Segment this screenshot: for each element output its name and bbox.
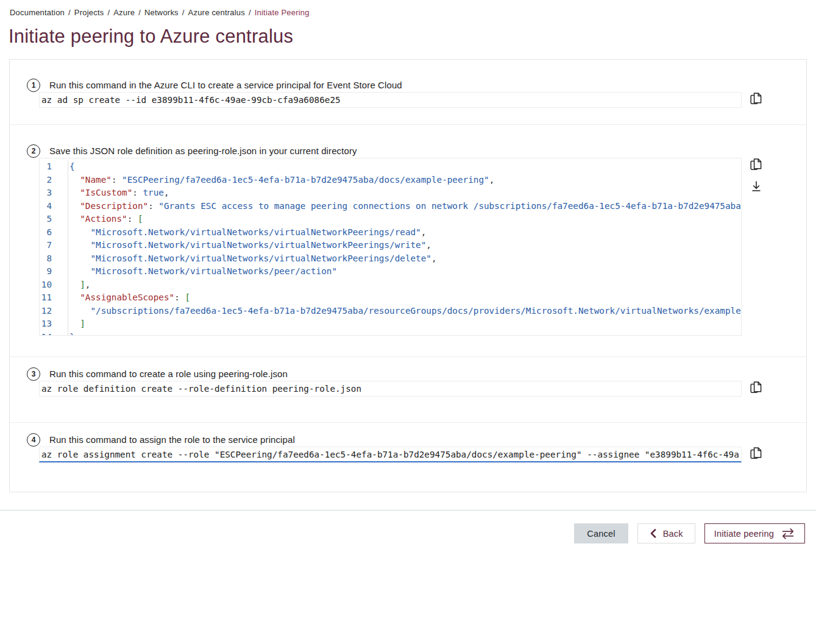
step-3-command-row xyxy=(39,381,763,397)
code-line: 2 "Name": "ESCPeering/fa7eed6a-1ec5-4efa… xyxy=(40,174,741,187)
code-line-content: "IsCustom": true, xyxy=(68,186,741,200)
line-number: 4 xyxy=(40,200,68,213)
code-line: 11 "AssignableScopes": [ xyxy=(40,291,741,305)
line-number: 12 xyxy=(40,305,68,318)
back-button-label: Back xyxy=(663,529,683,539)
back-button[interactable]: Back xyxy=(637,523,695,543)
line-number: 1 xyxy=(40,160,68,174)
code-line-content: "Microsoft.Network/virtualNetworks/peer/… xyxy=(68,265,741,278)
code-line-content: "/subscriptions/fa7eed6a-1ec5-4efa-b71a-… xyxy=(68,305,741,318)
footer-actions: Cancel Back Initiate peering xyxy=(0,511,816,543)
code-line-content: ] xyxy=(68,317,741,331)
code-line: 7 "Microsoft.Network/virtualNetworks/vir… xyxy=(40,239,741,252)
step-2-editor-row: 1{2 "Name": "ESCPeering/fa7eed6a-1ec5-4e… xyxy=(39,158,763,336)
step-3-header: 3 Run this command to create a role usin… xyxy=(10,367,806,381)
step-4-number-badge: 4 xyxy=(27,433,40,447)
code-line-content: "Microsoft.Network/virtualNetworks/virtu… xyxy=(68,226,741,239)
step-2-header: 2 Save this JSON role definition as peer… xyxy=(10,144,806,158)
code-line: 14} xyxy=(40,331,741,336)
download-button[interactable] xyxy=(749,180,763,194)
swap-arrows-icon xyxy=(781,528,795,539)
breadcrumb-item[interactable]: Azure xyxy=(113,8,135,17)
code-line-content: "Microsoft.Network/virtualNetworks/virtu… xyxy=(68,239,741,252)
line-number: 14 xyxy=(40,331,68,336)
line-number: 10 xyxy=(40,278,68,292)
line-number: 6 xyxy=(40,226,68,239)
code-line: 6 "Microsoft.Network/virtualNetworks/vir… xyxy=(40,226,741,239)
download-icon xyxy=(750,180,763,193)
breadcrumb-separator: / xyxy=(138,8,141,17)
step-1-command-input[interactable] xyxy=(39,92,742,108)
breadcrumb-item[interactable]: Projects xyxy=(74,8,104,17)
copy-icon xyxy=(750,158,762,171)
code-line: 8 "Microsoft.Network/virtualNetworks/vir… xyxy=(40,252,741,266)
code-line-content: "Microsoft.Network/virtualNetworks/virtu… xyxy=(68,252,741,266)
chevron-left-icon xyxy=(650,529,656,538)
code-line-content: { xyxy=(68,160,741,174)
breadcrumb-separator: / xyxy=(182,8,185,17)
copy-button[interactable] xyxy=(749,92,763,106)
code-line-content: ], xyxy=(68,278,741,292)
code-line-content: "Name": "ESCPeering/fa7eed6a-1ec5-4efa-b… xyxy=(68,174,741,187)
copy-button[interactable] xyxy=(749,447,763,461)
line-number: 11 xyxy=(40,291,68,305)
code-line-content: "AssignableScopes": [ xyxy=(68,291,741,305)
step-4-label: Run this command to assign the role to t… xyxy=(49,434,295,445)
breadcrumb-item[interactable]: Documentation xyxy=(10,8,65,17)
code-line-content: "Actions": [ xyxy=(68,213,741,226)
line-number: 3 xyxy=(40,186,68,200)
initiate-peering-button[interactable]: Initiate peering xyxy=(704,523,805,543)
step-3-command-input[interactable] xyxy=(39,381,742,397)
breadcrumb-separator: / xyxy=(249,8,251,17)
breadcrumb-item[interactable]: Azure centralus xyxy=(188,8,245,17)
page-title: Initiate peering to Azure centralus xyxy=(9,26,816,48)
breadcrumb-separator: / xyxy=(68,8,71,17)
code-line-content: "Description": "Grants ESC access to man… xyxy=(68,200,741,213)
code-editor-lines: 1{2 "Name": "ESCPeering/fa7eed6a-1ec5-4e… xyxy=(40,160,741,336)
line-number: 9 xyxy=(40,265,68,278)
step-2-number-badge: 2 xyxy=(27,144,40,158)
code-line: 3 "IsCustom": true, xyxy=(40,186,741,200)
code-line: 1{ xyxy=(40,160,741,174)
breadcrumb: Documentation/Projects/Azure/Networks/Az… xyxy=(0,0,816,17)
step-2-label: Save this JSON role definition as peerin… xyxy=(49,146,357,156)
line-number: 8 xyxy=(40,252,68,266)
breadcrumb-item[interactable]: Networks xyxy=(144,8,179,17)
copy-button[interactable] xyxy=(749,381,763,395)
step-1-number-badge: 1 xyxy=(27,79,40,92)
copy-button[interactable] xyxy=(749,158,763,172)
code-line: 13 ] xyxy=(40,317,741,331)
code-editor[interactable]: 1{2 "Name": "ESCPeering/fa7eed6a-1ec5-4e… xyxy=(39,158,742,336)
section-divider xyxy=(10,124,806,125)
step-1-header: 1 Run this command in the Azure CLI to c… xyxy=(10,78,806,92)
step-1-command-row xyxy=(39,92,763,108)
breadcrumb-separator: / xyxy=(107,8,110,17)
cancel-button[interactable]: Cancel xyxy=(574,523,628,543)
step-4-header: 4 Run this command to assign the role to… xyxy=(10,433,806,447)
code-line: 5 "Actions": [ xyxy=(40,213,741,226)
copy-icon xyxy=(750,447,762,460)
cancel-button-label: Cancel xyxy=(587,529,615,539)
step-3-number-badge: 3 xyxy=(27,367,40,381)
code-line-content: } xyxy=(68,331,741,336)
line-number: 13 xyxy=(40,317,68,331)
step-4-command-row xyxy=(39,447,763,462)
copy-icon xyxy=(750,92,762,105)
initiate-peering-button-label: Initiate peering xyxy=(714,529,774,539)
step-4-command-input[interactable] xyxy=(39,447,742,462)
section-divider xyxy=(10,422,806,423)
code-line: 10 ], xyxy=(40,278,741,292)
line-number: 7 xyxy=(40,239,68,252)
line-number: 5 xyxy=(40,213,68,226)
copy-icon xyxy=(750,381,762,394)
section-divider xyxy=(10,356,806,357)
code-line: 4 "Description": "Grants ESC access to m… xyxy=(40,200,741,213)
steps-card: 1 Run this command in the Azure CLI to c… xyxy=(9,59,807,492)
breadcrumb-current: Initiate Peering xyxy=(255,8,310,17)
code-line: 9 "Microsoft.Network/virtualNetworks/pee… xyxy=(40,265,741,278)
step-3-label: Run this command to create a role using … xyxy=(49,369,288,379)
line-number: 2 xyxy=(40,174,68,187)
step-1-label: Run this command in the Azure CLI to cre… xyxy=(49,80,402,90)
code-line: 12 "/subscriptions/fa7eed6a-1ec5-4efa-b7… xyxy=(40,305,741,318)
